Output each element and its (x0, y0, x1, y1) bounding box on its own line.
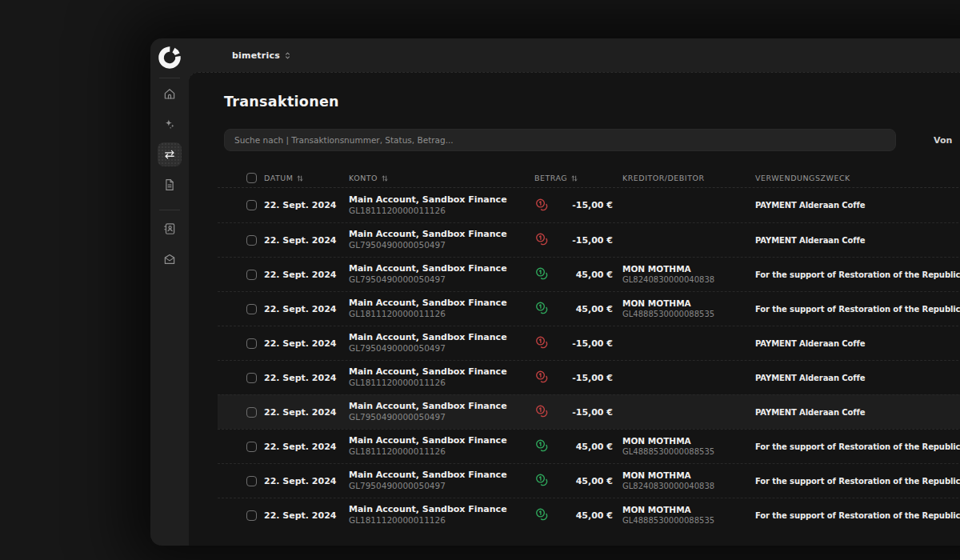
search-input[interactable] (224, 129, 896, 151)
cell-amount: 45,00 € (555, 510, 613, 521)
header-verwendungszweck-label: VERWENDUNGSZWECK (755, 174, 850, 182)
counterparty-iban: GL4888530000088535 (622, 309, 755, 319)
sidebar-item-assistant[interactable] (158, 112, 182, 136)
cell-amount: 45,00 € (555, 442, 613, 452)
header-konto[interactable]: KONTO (349, 174, 534, 182)
row-checkbox[interactable] (246, 200, 257, 210)
account-iban: GL7950490000050497 (349, 343, 534, 354)
account-iban: GL7950490000050497 (349, 274, 534, 286)
counterparty-iban: GL4888530000088535 (622, 446, 755, 457)
account-iban: GL1811120000011126 (349, 206, 534, 217)
select-all-checkbox[interactable] (246, 173, 257, 183)
header-datum[interactable]: DATUM (264, 174, 349, 182)
table-row[interactable]: 22. Sept. 2024 Main Account, Sandbox Fin… (218, 360, 960, 394)
account-iban: GL1811120000011126 (349, 309, 534, 320)
table-row[interactable]: 22. Sept. 2024 Main Account, Sandbox Fin… (218, 291, 960, 326)
counterparty-name: MON MOTHMA (622, 436, 755, 447)
cell-date: 22. Sept. 2024 (264, 407, 349, 418)
cell-date: 22. Sept. 2024 (264, 373, 349, 383)
sidebar-item-contacts[interactable] (158, 217, 182, 241)
table-row[interactable]: 22. Sept. 2024 Main Account, Sandbox Fin… (218, 429, 960, 463)
cell-purpose: For the support of Restoration of the Re… (755, 305, 960, 314)
header-betrag[interactable]: BETRAG (534, 174, 613, 182)
cell-purpose: PAYMENT Alderaan Coffe (755, 201, 960, 210)
cell-amount: -15,00 € (555, 235, 613, 246)
table-row[interactable]: 22. Sept. 2024 Main Account, Sandbox Fin… (218, 394, 960, 429)
row-checkbox[interactable] (246, 304, 257, 314)
sparkles-icon (162, 117, 177, 131)
table-row[interactable]: 22. Sept. 2024 Main Account, Sandbox Fin… (218, 257, 960, 291)
topbar: bimetrics (189, 38, 960, 72)
cell-amount: -15,00 € (555, 200, 613, 210)
coins-incoming-icon (534, 438, 555, 454)
coins-outgoing-icon (534, 232, 555, 248)
cell-purpose: For the support of Restoration of the Re… (755, 442, 960, 451)
row-checkbox[interactable] (246, 373, 257, 383)
cell-account: Main Account, Sandbox Finance GL79504900… (349, 332, 534, 354)
account-iban: GL7950490000050497 (349, 240, 534, 251)
cell-date: 22. Sept. 2024 (264, 510, 349, 521)
row-checkbox[interactable] (246, 235, 257, 246)
account-name: Main Account, Sandbox Finance (349, 229, 534, 240)
cell-amount: 45,00 € (555, 476, 613, 486)
cell-amount: 45,00 € (555, 304, 613, 314)
account-iban: GL1811120000011126 (349, 378, 534, 389)
account-name: Main Account, Sandbox Finance (349, 366, 534, 378)
row-checkbox[interactable] (246, 476, 257, 486)
row-checkbox[interactable] (246, 270, 257, 280)
mail-icon (162, 252, 177, 266)
app-logo-icon[interactable] (157, 45, 182, 70)
cell-account: Main Account, Sandbox Finance GL18111200… (349, 504, 534, 526)
row-checkbox[interactable] (246, 407, 257, 418)
date-from-label: Von (934, 135, 952, 146)
content-column: bimetrics Transaktionen Von DATUM KON (189, 38, 960, 546)
cell-amount: 45,00 € (555, 270, 613, 280)
row-checkbox[interactable] (246, 338, 257, 349)
cell-date: 22. Sept. 2024 (264, 304, 349, 314)
workspace-name: bimetrics (232, 50, 280, 61)
cell-amount: -15,00 € (555, 338, 613, 349)
account-iban: GL7950490000050497 (349, 481, 534, 492)
sidebar-divider (159, 78, 180, 78)
table-body: 22. Sept. 2024 Main Account, Sandbox Fin… (218, 188, 960, 532)
cell-date: 22. Sept. 2024 (264, 338, 349, 349)
table-row[interactable]: 22. Sept. 2024 Main Account, Sandbox Fin… (218, 498, 960, 532)
header-konto-label: KONTO (349, 174, 378, 182)
cell-counterparty: MON MOTHMA GL4888530000088535 (622, 436, 755, 458)
counterparty-name: MON MOTHMA (622, 264, 755, 275)
cell-date: 22. Sept. 2024 (264, 476, 349, 486)
account-name: Main Account, Sandbox Finance (349, 298, 534, 309)
counterparty-name: MON MOTHMA (622, 505, 755, 516)
table-header: DATUM KONTO BETRAG KREDITOR/DEBITOR (218, 169, 960, 188)
cell-purpose: For the support of Restoration of the Re… (755, 477, 960, 486)
sidebar-item-home[interactable] (158, 82, 182, 106)
sidebar-item-documents[interactable] (158, 173, 182, 197)
account-iban: GL1811120000011126 (349, 515, 534, 526)
row-checkbox[interactable] (246, 510, 257, 521)
document-icon (162, 178, 177, 192)
sidebar-divider (159, 210, 180, 210)
table-row[interactable]: 22. Sept. 2024 Main Account, Sandbox Fin… (218, 222, 960, 257)
header-betrag-label: BETRAG (534, 174, 567, 182)
cell-counterparty: MON MOTHMA GL8240830000040838 (622, 470, 755, 492)
cell-account: Main Account, Sandbox Finance GL79504900… (349, 229, 534, 251)
cell-amount: -15,00 € (555, 373, 613, 383)
account-iban: GL1811120000011126 (349, 446, 534, 458)
cell-counterparty: MON MOTHMA GL4888530000088535 (622, 298, 755, 320)
cell-purpose: PAYMENT Alderaan Coffe (755, 236, 960, 245)
sidebar-item-inbox[interactable] (158, 247, 182, 271)
table-row[interactable]: 22. Sept. 2024 Main Account, Sandbox Fin… (218, 326, 960, 360)
cell-account: Main Account, Sandbox Finance GL18111200… (349, 435, 534, 458)
account-iban: GL7950490000050497 (349, 412, 534, 423)
sidebar-item-transactions[interactable] (158, 142, 182, 166)
table-row[interactable]: 22. Sept. 2024 Main Account, Sandbox Fin… (218, 188, 960, 222)
workspace-selector[interactable]: bimetrics (232, 50, 292, 61)
coins-incoming-icon (534, 473, 555, 489)
account-name: Main Account, Sandbox Finance (349, 435, 534, 446)
coins-outgoing-icon (534, 370, 555, 386)
row-checkbox[interactable] (246, 442, 257, 452)
main-panel: Transaktionen Von DATUM KONTO (189, 72, 960, 546)
table-row[interactable]: 22. Sept. 2024 Main Account, Sandbox Fin… (218, 463, 960, 498)
cell-purpose: PAYMENT Alderaan Coffe (755, 374, 960, 382)
cell-account: Main Account, Sandbox Finance GL79504900… (349, 263, 534, 286)
